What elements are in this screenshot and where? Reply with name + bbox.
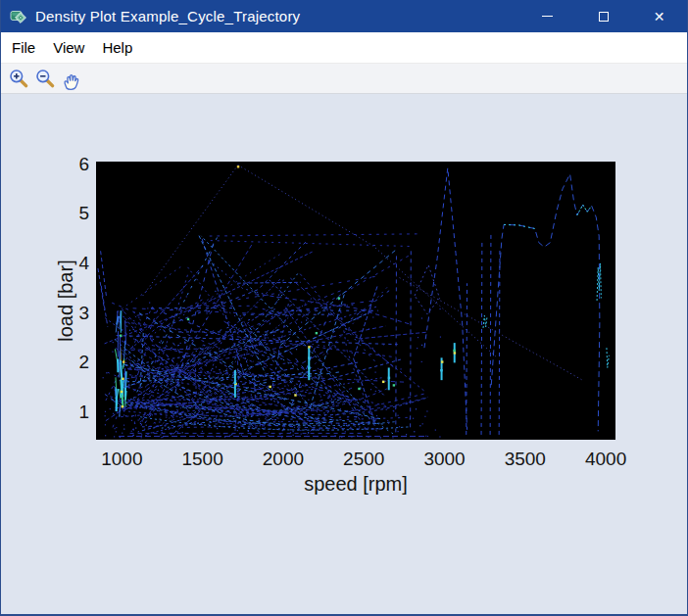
app-window: Density Plot Example_Cycle_Trajectory ✕ … bbox=[0, 0, 688, 616]
app-icon bbox=[10, 8, 27, 25]
x-tick-label: 2000 bbox=[263, 449, 304, 470]
close-icon: ✕ bbox=[654, 9, 665, 24]
tool-bar bbox=[1, 63, 687, 94]
x-axis-label: speed [rpm] bbox=[304, 473, 408, 496]
y-tick-label: 4 bbox=[78, 253, 89, 274]
y-tick-label: 5 bbox=[78, 203, 89, 224]
zoom-in-button[interactable] bbox=[5, 66, 31, 92]
zoom-out-button[interactable] bbox=[31, 66, 58, 92]
maximize-icon bbox=[599, 12, 609, 22]
x-tick-label: 3500 bbox=[505, 449, 546, 470]
menu-view[interactable]: View bbox=[44, 35, 93, 60]
y-tick-label: 1 bbox=[78, 402, 89, 423]
menu-bar: File View Help bbox=[1, 32, 687, 63]
y-tick-label: 2 bbox=[78, 352, 89, 373]
x-tick-label: 1000 bbox=[101, 449, 142, 470]
y-tick-label: 3 bbox=[78, 303, 89, 324]
menu-help[interactable]: Help bbox=[93, 35, 141, 60]
window-title: Density Plot Example_Cycle_Trajectory bbox=[35, 8, 300, 24]
plot-panel: speed [rpm] load [bar] 10001500200025003… bbox=[1, 94, 687, 614]
magnifier-minus-icon bbox=[34, 68, 56, 89]
title-bar: Density Plot Example_Cycle_Trajectory ✕ bbox=[1, 0, 687, 32]
hand-icon bbox=[60, 68, 82, 90]
minimize-button[interactable] bbox=[519, 0, 575, 32]
x-tick-label: 4000 bbox=[585, 449, 626, 470]
x-tick-label: 1500 bbox=[181, 449, 222, 470]
maximize-button[interactable] bbox=[575, 0, 631, 32]
close-button[interactable]: ✕ bbox=[631, 0, 687, 32]
menu-file[interactable]: File bbox=[3, 35, 44, 60]
pan-button[interactable] bbox=[58, 66, 84, 92]
x-tick-label: 3000 bbox=[423, 449, 465, 470]
y-tick-label: 6 bbox=[78, 154, 89, 175]
density-plot-canvas[interactable] bbox=[96, 162, 615, 440]
caption-buttons: ✕ bbox=[519, 0, 687, 32]
magnifier-plus-icon bbox=[8, 68, 29, 89]
minimize-icon bbox=[542, 16, 553, 17]
x-tick-label: 2500 bbox=[343, 449, 384, 470]
y-axis-label: load [bar] bbox=[55, 260, 77, 341]
